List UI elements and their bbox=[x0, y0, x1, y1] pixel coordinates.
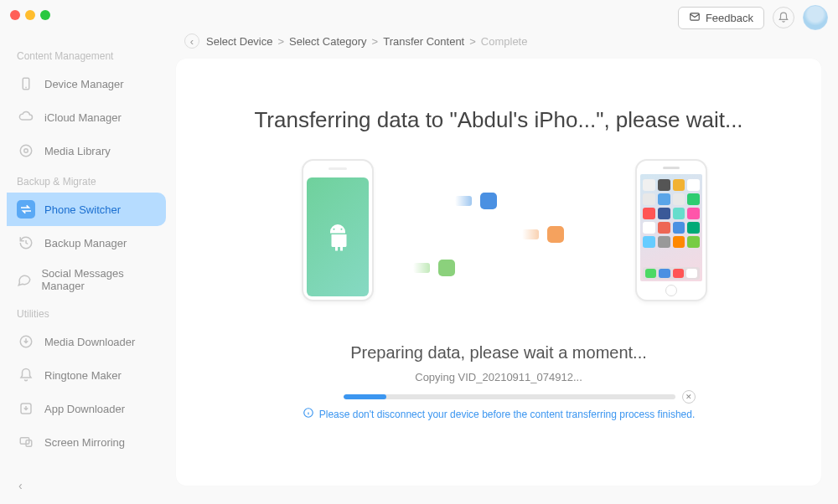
switcher-icon bbox=[17, 200, 35, 219]
sidebar-item-label: Ringtone Maker bbox=[44, 369, 122, 382]
chevron-right-icon: > bbox=[276, 35, 286, 48]
chat-icon bbox=[17, 270, 32, 289]
close-window-button[interactable] bbox=[10, 10, 20, 20]
progress-fill bbox=[344, 394, 386, 399]
status-text: Preparing data, please wait a moment... bbox=[176, 343, 821, 363]
source-device-illustration bbox=[302, 159, 374, 301]
sidebar-item-media-library[interactable]: Media Library bbox=[0, 134, 166, 167]
breadcrumb-item[interactable]: Transfer Content bbox=[383, 35, 464, 48]
breadcrumb-item: Complete bbox=[481, 35, 528, 48]
target-device-illustration bbox=[635, 159, 707, 301]
breadcrumb-back-button[interactable]: ‹ bbox=[184, 33, 199, 49]
warning-text: Please don't disconnect your device befo… bbox=[176, 407, 821, 421]
app-download-icon bbox=[17, 399, 35, 418]
sidebar: Content Management Device Manager iCloud… bbox=[0, 33, 166, 504]
content-card: Transferring data to "Abdul's iPho...", … bbox=[176, 59, 821, 486]
mirror-icon bbox=[17, 433, 35, 451]
transfer-particle-icon bbox=[438, 260, 455, 276]
sidebar-item-icloud-manager[interactable]: iCloud Manager bbox=[0, 100, 166, 134]
window-controls bbox=[10, 10, 50, 20]
sidebar-item-label: Phone Switcher bbox=[44, 203, 121, 216]
sidebar-item-device-manager[interactable]: Device Manager bbox=[0, 67, 166, 100]
disc-icon bbox=[17, 141, 35, 160]
transfer-particle-icon bbox=[547, 226, 564, 243]
transfer-particle-icon bbox=[480, 193, 497, 209]
sidebar-item-label: Social Messages Manager bbox=[41, 267, 149, 292]
sidebar-item-media-downloader[interactable]: Media Downloader bbox=[0, 325, 166, 358]
warning-label: Please don't disconnect your device befo… bbox=[319, 409, 696, 420]
bell-outline-icon bbox=[17, 366, 35, 384]
chevron-right-icon: > bbox=[370, 35, 380, 48]
sidebar-item-screen-mirroring[interactable]: Screen Mirroring bbox=[0, 425, 166, 459]
transfer-illustration bbox=[176, 159, 821, 318]
progress-bar bbox=[344, 394, 675, 399]
android-icon bbox=[323, 219, 353, 255]
section-label: Utilities bbox=[0, 300, 166, 325]
maximize-window-button[interactable] bbox=[40, 10, 50, 20]
sidebar-item-social-messages[interactable]: Social Messages Manager bbox=[0, 260, 166, 300]
svg-point-4 bbox=[24, 149, 28, 153]
sidebar-item-app-downloader[interactable]: App Downloader bbox=[0, 392, 166, 425]
sidebar-item-label: Media Library bbox=[44, 145, 111, 157]
sidebar-item-label: iCloud Manager bbox=[44, 111, 122, 124]
sidebar-item-label: Media Downloader bbox=[44, 336, 135, 348]
cloud-icon bbox=[17, 108, 35, 126]
sidebar-item-label: Screen Mirroring bbox=[44, 436, 125, 449]
breadcrumb-item[interactable]: Select Category bbox=[289, 35, 367, 48]
device-icon bbox=[17, 75, 35, 93]
main-area: ‹ Select Device > Select Category > Tran… bbox=[168, 0, 838, 504]
collapse-sidebar-button[interactable]: ‹ bbox=[18, 479, 23, 492]
sidebar-item-label: App Downloader bbox=[44, 403, 125, 415]
breadcrumb: ‹ Select Device > Select Category > Tran… bbox=[168, 0, 838, 55]
breadcrumb-item[interactable]: Select Device bbox=[206, 35, 272, 48]
minimize-window-button[interactable] bbox=[25, 10, 35, 20]
section-label: Content Management bbox=[0, 42, 166, 67]
sidebar-item-label: Backup Manager bbox=[44, 237, 127, 249]
download-icon bbox=[17, 332, 35, 351]
current-file-text: Copying VID_20210911_074912... bbox=[176, 371, 821, 383]
info-icon bbox=[303, 407, 314, 421]
chevron-right-icon: > bbox=[468, 35, 478, 48]
progress-bar-container: ✕ bbox=[344, 390, 696, 404]
sidebar-item-phone-switcher[interactable]: Phone Switcher bbox=[7, 193, 166, 226]
cancel-transfer-button[interactable]: ✕ bbox=[682, 390, 696, 404]
page-title: Transferring data to "Abdul's iPho...", … bbox=[176, 59, 821, 133]
sidebar-item-label: Device Manager bbox=[44, 78, 124, 90]
sidebar-item-ringtone-maker[interactable]: Ringtone Maker bbox=[0, 358, 166, 392]
section-label: Backup & Migrate bbox=[0, 167, 166, 193]
svg-point-3 bbox=[20, 145, 32, 157]
sidebar-item-backup-manager[interactable]: Backup Manager bbox=[0, 226, 166, 260]
history-icon bbox=[17, 234, 35, 252]
